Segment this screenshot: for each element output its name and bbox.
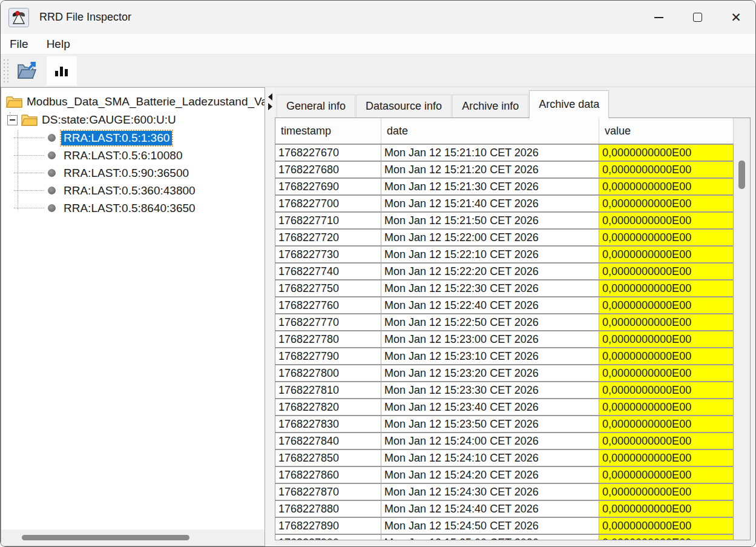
tab-archive-info[interactable]: Archive info xyxy=(452,94,528,118)
cell-timestamp[interactable]: 1768227870 xyxy=(275,484,381,500)
cell-timestamp[interactable]: 1768227880 xyxy=(275,501,381,517)
cell-value[interactable]: 0,0000000000E00 xyxy=(599,467,734,483)
table-row[interactable]: 1768227780 Mon Jan 12 15:23:00 CET 2026 … xyxy=(275,330,734,347)
table-row[interactable]: 1768227680 Mon Jan 12 15:21:20 CET 2026 … xyxy=(275,161,734,177)
cell-date[interactable]: Mon Jan 12 15:24:50 CET 2026 xyxy=(381,518,599,534)
cell-date[interactable]: Mon Jan 12 15:22:00 CET 2026 xyxy=(381,230,599,245)
table-row[interactable]: 1768227800 Mon Jan 12 15:23:20 CET 2026 … xyxy=(275,364,734,381)
table-row[interactable]: 1768227840 Mon Jan 12 15:24:00 CET 2026 … xyxy=(275,432,734,449)
toolbar-grip[interactable] xyxy=(2,58,9,84)
table-row[interactable]: 1768227820 Mon Jan 12 15:23:40 CET 2026 … xyxy=(275,398,734,415)
table-row[interactable]: 1768227730 Mon Jan 12 15:22:10 CET 2026 … xyxy=(275,245,734,262)
cell-value[interactable]: 0,0000000000E00 xyxy=(599,314,734,330)
minimize-button[interactable] xyxy=(639,1,678,34)
tree-node-rrd-file[interactable]: Modbus_Data_SMA_Batterie_Ladezustand_Val… xyxy=(1,93,265,111)
table-row[interactable]: 1768227710 Mon Jan 12 15:21:50 CET 2026 … xyxy=(275,211,734,228)
table-row[interactable]: 1768227750 Mon Jan 12 15:22:30 CET 2026 … xyxy=(275,279,734,296)
cell-timestamp[interactable]: 1768227900 xyxy=(275,535,381,540)
table-row[interactable]: 1768227870 Mon Jan 12 15:24:30 CET 2026 … xyxy=(275,483,734,500)
tree-node-label[interactable]: RRA:LAST:0.5:8640:3650 xyxy=(61,201,198,216)
collapse-left-icon[interactable] xyxy=(268,93,272,101)
tree-node-label[interactable]: RRA:LAST:0.5:90:36500 xyxy=(61,166,191,181)
cell-date[interactable]: Mon Jan 12 15:21:50 CET 2026 xyxy=(381,213,599,228)
cell-timestamp[interactable]: 1768227800 xyxy=(275,365,381,381)
cell-date[interactable]: Mon Jan 12 15:22:40 CET 2026 xyxy=(381,297,599,313)
cell-date[interactable]: Mon Jan 12 15:24:10 CET 2026 xyxy=(381,450,599,466)
cell-date[interactable]: Mon Jan 12 15:23:10 CET 2026 xyxy=(381,348,599,364)
title-bar[interactable]: RRD File Inspector ✕ xyxy=(1,1,755,34)
cell-value[interactable]: 0,0000000000E00 xyxy=(599,433,734,449)
cell-date[interactable]: Mon Jan 12 15:23:50 CET 2026 xyxy=(381,416,599,432)
cell-value[interactable]: 0,0000000000E00 xyxy=(599,365,734,381)
cell-date[interactable]: Mon Jan 12 15:22:20 CET 2026 xyxy=(381,264,599,279)
cell-timestamp[interactable]: 1768227760 xyxy=(275,297,381,313)
tree-node-label[interactable]: RRA:LAST:0.5:1:360 xyxy=(61,131,172,145)
menu-file[interactable]: File xyxy=(1,38,38,51)
cell-date[interactable]: Mon Jan 12 15:21:10 CET 2026 xyxy=(381,145,599,161)
cell-date[interactable]: Mon Jan 12 15:24:00 CET 2026 xyxy=(381,433,599,449)
table-row[interactable]: 1768227890 Mon Jan 12 15:24:50 CET 2026 … xyxy=(275,517,734,534)
cell-date[interactable]: Mon Jan 12 15:22:50 CET 2026 xyxy=(381,314,599,330)
table-row[interactable]: 1768227790 Mon Jan 12 15:23:10 CET 2026 … xyxy=(275,347,734,364)
cell-date[interactable]: Mon Jan 12 15:23:40 CET 2026 xyxy=(381,399,599,415)
cell-value[interactable]: 0,0000000000E00 xyxy=(599,145,734,161)
cell-value[interactable]: 0,0000000000E00 xyxy=(599,450,734,466)
cell-timestamp[interactable]: 1768227720 xyxy=(275,230,381,245)
tree-node-archive[interactable]: RRA:LAST:0.5:6:10080 xyxy=(1,147,265,164)
cell-date[interactable]: Mon Jan 12 15:22:10 CET 2026 xyxy=(381,247,599,262)
tree-node-archive[interactable]: RRA:LAST:0.5:360:43800 xyxy=(1,182,265,199)
cell-value[interactable]: 0,0000000000E00 xyxy=(599,213,734,228)
tree-node-archive[interactable]: RRA:LAST:0.5:1:360 xyxy=(1,129,265,147)
tree-horizontal-scrollbar-thumb[interactable] xyxy=(22,535,189,540)
table-row[interactable]: 1768227760 Mon Jan 12 15:22:40 CET 2026 … xyxy=(275,296,734,313)
cell-value[interactable]: 0,0000000000E00 xyxy=(599,416,734,432)
cell-timestamp[interactable]: 1768227810 xyxy=(275,382,381,398)
cell-value[interactable]: 0,0000000000E00 xyxy=(599,280,734,296)
expand-right-icon[interactable] xyxy=(268,103,272,110)
cell-timestamp[interactable]: 1768227750 xyxy=(275,280,381,296)
cell-value[interactable]: 0,0000000000E00 xyxy=(599,399,734,415)
cell-value[interactable]: 0,0000000000E00 xyxy=(599,264,734,279)
cell-value[interactable]: 0,0000000000E00 xyxy=(599,196,734,211)
tree-node-datasource[interactable]: DS:state:GAUGE:600:U:U xyxy=(1,111,265,129)
close-button[interactable]: ✕ xyxy=(717,1,755,34)
cell-value[interactable]: 0,0000000000E00 xyxy=(599,382,734,398)
cell-date[interactable]: Mon Jan 12 15:21:30 CET 2026 xyxy=(381,179,599,194)
cell-timestamp[interactable]: 1768227710 xyxy=(275,213,381,228)
tab-archive-data[interactable]: Archive data xyxy=(529,90,609,118)
tree-node-archive[interactable]: RRA:LAST:0.5:8640:3650 xyxy=(1,199,265,217)
table-row[interactable]: 1768227770 Mon Jan 12 15:22:50 CET 2026 … xyxy=(275,313,734,330)
cell-timestamp[interactable]: 1768227740 xyxy=(275,264,381,279)
menu-help[interactable]: Help xyxy=(38,38,79,51)
cell-date[interactable]: Mon Jan 12 15:25:00 CET 2026 xyxy=(381,535,599,540)
cell-timestamp[interactable]: 1768227680 xyxy=(275,162,381,177)
cell-date[interactable]: Mon Jan 12 15:22:30 CET 2026 xyxy=(381,280,599,296)
column-header-timestamp[interactable]: timestamp xyxy=(275,118,381,144)
table-row[interactable]: 1768227850 Mon Jan 12 15:24:10 CET 2026 … xyxy=(275,449,734,466)
cell-timestamp[interactable]: 1768227770 xyxy=(275,314,381,330)
cell-timestamp[interactable]: 1768227840 xyxy=(275,433,381,449)
cell-timestamp[interactable]: 1768227860 xyxy=(275,467,381,483)
tree-node-label[interactable]: RRA:LAST:0.5:360:43800 xyxy=(61,184,198,198)
cell-value[interactable]: 0,0000000000E00 xyxy=(599,162,734,177)
table-row[interactable]: 1768227880 Mon Jan 12 15:24:40 CET 2026 … xyxy=(275,500,734,517)
table-row[interactable]: 1768227900 Mon Jan 12 15:25:00 CET 2026 … xyxy=(275,534,734,540)
table-row[interactable]: 1768227810 Mon Jan 12 15:23:30 CET 2026 … xyxy=(275,381,734,398)
cell-date[interactable]: Mon Jan 12 15:24:20 CET 2026 xyxy=(381,467,599,483)
table-row[interactable]: 1768227670 Mon Jan 12 15:21:10 CET 2026 … xyxy=(275,144,734,161)
cell-date[interactable]: Mon Jan 12 15:21:20 CET 2026 xyxy=(381,162,599,177)
cell-value[interactable]: 0,0000000000E00 xyxy=(599,297,734,313)
table-row[interactable]: 1768227720 Mon Jan 12 15:22:00 CET 2026 … xyxy=(275,228,734,245)
cell-timestamp[interactable]: 1768227790 xyxy=(275,348,381,364)
cell-timestamp[interactable]: 1768227780 xyxy=(275,331,381,347)
tab-datasource-info[interactable]: Datasource info xyxy=(356,94,452,118)
table-row[interactable]: 1768227740 Mon Jan 12 15:22:20 CET 2026 … xyxy=(275,262,734,279)
cell-date[interactable]: Mon Jan 12 15:23:30 CET 2026 xyxy=(381,382,599,398)
cell-value[interactable]: 0,0000000000E00 xyxy=(599,247,734,262)
cell-date[interactable]: Mon Jan 12 15:23:00 CET 2026 xyxy=(381,331,599,347)
cell-timestamp[interactable]: 1768227690 xyxy=(275,179,381,194)
tree-node-label[interactable]: RRA:LAST:0.5:6:10080 xyxy=(61,148,185,163)
cell-value[interactable]: 0,0000000000E00 xyxy=(599,484,734,500)
collapse-expander-icon[interactable] xyxy=(7,115,18,125)
cell-date[interactable]: Mon Jan 12 15:23:20 CET 2026 xyxy=(381,365,599,381)
